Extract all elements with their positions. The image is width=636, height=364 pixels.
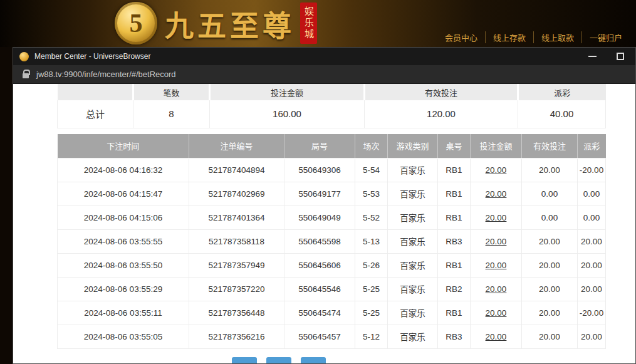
summary-header-valid-bet: 有效投注	[365, 84, 518, 100]
bet-amount-link[interactable]: 20.00	[471, 277, 522, 301]
header-game-type: 游戏类别	[388, 134, 438, 158]
session-cell: 5-25	[355, 301, 388, 325]
banner-nav: 会员中心 线上存款 线上取款 一键归户	[437, 31, 622, 43]
session-cell: 5-52	[355, 205, 388, 229]
nav-member-center[interactable]: 会员中心	[437, 31, 486, 43]
summary-header-row: 笔数 投注金额 有效投注 派彩	[58, 84, 606, 100]
table-no-cell: RB3	[438, 325, 471, 348]
table-no-cell: RB1	[438, 158, 471, 182]
table-no-cell: RB2	[438, 277, 471, 301]
bet-time-cell: 2024-08-06 03:55:11	[58, 301, 189, 325]
table-row: 2024-08-06 03:55:29 521787357220 5506455…	[58, 277, 606, 301]
bet-time-cell: 2024-08-06 03:55:29	[58, 277, 189, 301]
pagination	[232, 357, 326, 363]
order-id-cell: 521787358118	[189, 229, 284, 253]
summary-count-value: 8	[133, 100, 210, 128]
table-no-cell: RB3	[438, 229, 471, 253]
bet-record-table: 下注时间 注单编号 局号 场次 游戏类别 桌号 投注金额 有效投注 派彩 202…	[57, 134, 606, 349]
bet-amount-link[interactable]: 20.00	[471, 325, 522, 348]
minimize-button[interactable]	[588, 56, 597, 57]
game-type-cell: 百家乐	[388, 158, 438, 182]
bet-amount-link[interactable]: 20.00	[471, 301, 522, 325]
payout-cell: 0.00	[578, 182, 606, 205]
order-id-cell: 521787356448	[189, 301, 284, 325]
payout-cell: 0.00	[578, 205, 606, 229]
table-no-cell: RB1	[438, 205, 471, 229]
summary-valid-bet-value: 120.00	[365, 100, 518, 128]
round-id-cell: 550645546	[284, 277, 355, 301]
summary-header-bet-amount: 投注金额	[210, 84, 365, 100]
round-id-cell: 550645474	[284, 301, 355, 325]
pagination-button[interactable]	[232, 357, 257, 363]
valid-bet-cell: 20.00	[522, 301, 578, 325]
game-type-cell: 百家乐	[388, 325, 438, 348]
header-bet-time: 下注时间	[58, 134, 189, 158]
order-id-cell: 521787404894	[189, 158, 284, 182]
session-cell: 5-13	[355, 229, 388, 253]
bet-amount-link[interactable]: 20.00	[471, 205, 522, 229]
game-type-cell: 百家乐	[388, 253, 438, 277]
table-no-cell: RB1	[438, 253, 471, 277]
game-type-cell: 百家乐	[388, 229, 438, 253]
order-id-cell: 521787401364	[189, 205, 284, 229]
bet-time-cell: 2024-08-06 04:15:06	[58, 205, 189, 229]
address-bar[interactable]: jw88.tv:9900/infe/mcenter/#/betRecord	[13, 65, 635, 84]
window-titlebar: Member Center - UniverseBrowser	[13, 48, 635, 65]
header-round-id: 局号	[284, 134, 355, 158]
nav-online-withdraw[interactable]: 线上取款	[534, 31, 582, 43]
round-id-cell: 550645457	[284, 325, 355, 348]
bet-amount-link[interactable]: 20.00	[471, 229, 522, 253]
bet-time-cell: 2024-08-06 03:55:50	[58, 253, 189, 277]
order-id-cell: 521787357220	[189, 277, 284, 301]
session-cell: 5-25	[355, 277, 388, 301]
order-id-cell: 521787402969	[189, 182, 284, 205]
pagination-button[interactable]	[301, 357, 326, 363]
header-valid-bet: 有效投注	[522, 134, 578, 158]
nav-one-key-transfer[interactable]: 一键归户	[582, 31, 622, 43]
bet-amount-link[interactable]: 20.00	[471, 253, 522, 277]
table-row: 2024-08-06 04:15:06 521787401364 5506490…	[58, 205, 606, 229]
valid-bet-cell: 20.00	[522, 158, 578, 182]
pagination-button[interactable]	[266, 357, 291, 363]
payout-cell: 20.00	[578, 253, 606, 277]
coin-number: 5	[130, 8, 143, 38]
coin-logo-icon: 5	[115, 2, 157, 44]
payout-cell: -20.00	[578, 301, 606, 325]
header-session: 场次	[355, 134, 388, 158]
round-id-cell: 550645606	[284, 253, 355, 277]
session-cell: 5-54	[355, 158, 388, 182]
table-no-cell: RB1	[438, 182, 471, 205]
round-id-cell: 550649049	[284, 205, 355, 229]
bet-amount-link[interactable]: 20.00	[471, 182, 522, 205]
valid-bet-cell: 20.00	[522, 253, 578, 277]
window-controls	[588, 53, 629, 60]
maximize-button[interactable]	[617, 53, 624, 60]
bet-time-cell: 2024-08-06 04:15:47	[58, 182, 189, 205]
table-row: 2024-08-06 04:15:47 521787402969 5506491…	[58, 182, 606, 205]
bet-time-cell: 2024-08-06 03:55:05	[58, 325, 189, 348]
payout-cell: -20.00	[578, 158, 606, 182]
payout-cell: 20.00	[578, 229, 606, 253]
summary-payout-value: 40.00	[518, 100, 606, 128]
header-bet-amount: 投注金额	[471, 134, 522, 158]
table-row: 2024-08-06 03:55:11 521787356448 5506454…	[58, 301, 606, 325]
round-id-cell: 550649177	[284, 182, 355, 205]
game-type-cell: 百家乐	[388, 277, 438, 301]
table-no-cell: RB1	[438, 301, 471, 325]
session-cell: 5-12	[355, 325, 388, 348]
bet-table-body: 2024-08-06 04:16:32 521787404894 5506493…	[58, 158, 606, 348]
url-text[interactable]: jw88.tv:9900/infe/mcenter/#/betRecord	[36, 70, 176, 79]
summary-total-label: 总计	[58, 100, 133, 128]
brand-title: 九五至尊	[165, 3, 295, 44]
table-row: 2024-08-06 03:55:05 521787356216 5506454…	[58, 325, 606, 348]
nav-online-deposit[interactable]: 线上存款	[486, 31, 534, 43]
bet-amount-link[interactable]: 20.00	[471, 158, 522, 182]
window-title: Member Center - UniverseBrowser	[34, 52, 150, 61]
summary-header-empty	[58, 84, 133, 100]
summary-total-row: 总计 8 160.00 120.00 40.00	[58, 100, 606, 128]
favicon-icon	[19, 52, 29, 61]
header-order-id: 注单编号	[189, 134, 284, 158]
summary-header-payout: 派彩	[518, 84, 606, 100]
header-payout: 派彩	[578, 134, 606, 158]
table-row: 2024-08-06 04:16:32 521787404894 5506493…	[58, 158, 606, 182]
